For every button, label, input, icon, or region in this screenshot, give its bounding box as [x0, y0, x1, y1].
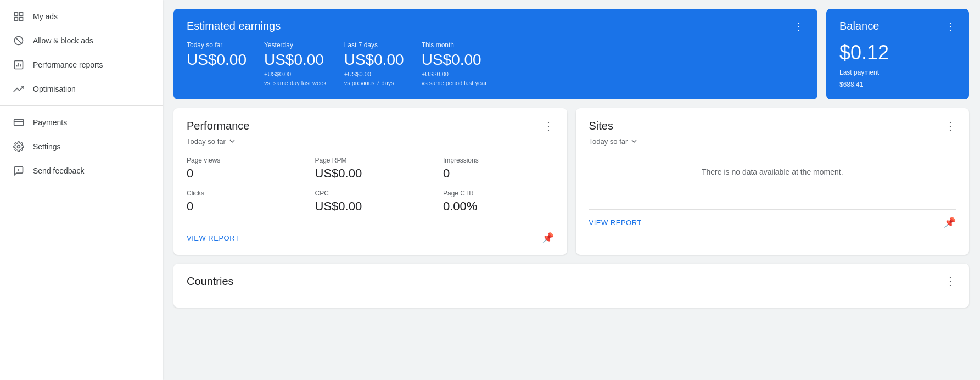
perf-label-pagectr: Page CTR [443, 189, 554, 197]
middle-row: Performance ⋮ Today so far Page views 0 … [173, 108, 969, 255]
sites-card: Sites ⋮ Today so far There is no data av… [576, 108, 970, 255]
sites-chevron-down-icon [630, 137, 639, 146]
countries-card: Countries ⋮ [173, 264, 969, 308]
earnings-sub1-yesterday: +US$0.00 [264, 71, 327, 77]
perf-label-clicks: Clicks [187, 189, 298, 197]
sidebar-label-performance-reports: Performance reports [33, 60, 103, 69]
performance-date-label: Today so far [187, 137, 226, 146]
svg-point-12 [18, 146, 20, 148]
earnings-sub1-last7: +US$0.00 [344, 71, 404, 77]
my-ads-icon [13, 11, 24, 22]
sidebar: My ads Allow & block ads Performance rep… [0, 0, 163, 380]
chevron-down-icon [228, 137, 237, 146]
sites-pin-icon[interactable]: 📌 [944, 216, 956, 228]
top-row: Estimated earnings ⋮ Today so far US$0.0… [173, 9, 969, 99]
balance-title: Balance [839, 20, 879, 32]
perf-item-impressions: Impressions 0 [443, 157, 554, 181]
sidebar-label-payments: Payments [33, 118, 67, 127]
earnings-sub2-thismonth: vs same period last year [422, 80, 487, 86]
earnings-more-button[interactable]: ⋮ [793, 21, 804, 32]
perf-value-cpc: US$0.00 [315, 199, 426, 214]
balance-card: Balance ⋮ $0.12 Last payment $688.41 [826, 9, 969, 99]
countries-title: Countries [187, 275, 234, 288]
sites-card-header: Sites ⋮ [589, 119, 956, 132]
sites-date-filter[interactable]: Today so far [589, 137, 956, 146]
earnings-label-thismonth: This month [422, 41, 487, 49]
perf-label-impressions: Impressions [443, 157, 554, 164]
perf-label-cpc: CPC [315, 189, 426, 197]
svg-rect-10 [14, 119, 24, 126]
earnings-card-header: Estimated earnings ⋮ [187, 20, 804, 32]
sidebar-label-my-ads: My ads [33, 12, 58, 21]
perf-value-pageviews: 0 [187, 166, 298, 181]
sidebar-item-payments[interactable]: Payments [0, 110, 158, 135]
countries-card-header: Countries ⋮ [187, 275, 956, 288]
sidebar-item-optimisation[interactable]: Optimisation [0, 77, 158, 101]
earnings-sub2-last7: vs previous 7 days [344, 80, 404, 86]
block-ads-icon [13, 35, 24, 46]
sidebar-item-allow-block-ads[interactable]: Allow & block ads [0, 29, 158, 53]
sidebar-label-optimisation: Optimisation [33, 85, 76, 93]
earnings-sub1-thismonth: +US$0.00 [422, 71, 487, 77]
sidebar-item-settings[interactable]: Settings [0, 135, 158, 159]
earnings-sub2-yesterday: vs. same day last week [264, 80, 327, 86]
balance-last-payment-label: Last payment [839, 69, 956, 76]
earnings-col-yesterday: Yesterday US$0.00 +US$0.00 vs. same day … [264, 41, 327, 86]
main-content: Estimated earnings ⋮ Today so far US$0.0… [163, 0, 980, 380]
performance-title: Performance [187, 120, 250, 132]
sidebar-item-performance-reports[interactable]: Performance reports [0, 53, 158, 77]
earnings-value-last7: US$0.00 [344, 51, 404, 69]
sites-more-button[interactable]: ⋮ [945, 119, 956, 132]
earnings-value-thismonth: US$0.00 [422, 51, 487, 69]
earnings-label-last7: Last 7 days [344, 41, 404, 49]
perf-item-pageviews: Page views 0 [187, 157, 298, 181]
countries-more-button[interactable]: ⋮ [945, 275, 956, 288]
balance-card-header: Balance ⋮ [839, 20, 956, 32]
earnings-col-last7: Last 7 days US$0.00 +US$0.00 vs previous… [344, 41, 404, 86]
earnings-grid: Today so far US$0.00 Yesterday US$0.00 +… [187, 41, 804, 86]
earnings-title: Estimated earnings [187, 20, 281, 32]
perf-label-pagerpm: Page RPM [315, 157, 426, 164]
optimisation-icon [13, 83, 24, 94]
sidebar-item-send-feedback[interactable]: Send feedback [0, 159, 158, 183]
sites-no-data: There is no data available at the moment… [589, 146, 956, 198]
perf-value-clicks: 0 [187, 199, 298, 214]
performance-card-footer: VIEW REPORT 📌 [187, 225, 554, 244]
earnings-value-today: US$0.00 [187, 51, 247, 69]
balance-last-payment-value: $688.41 [839, 81, 956, 88]
sites-date-label: Today so far [589, 137, 628, 146]
earnings-label-yesterday: Yesterday [264, 41, 327, 49]
sidebar-label-allow-block-ads: Allow & block ads [33, 36, 93, 45]
bottom-row: Countries ⋮ [173, 264, 969, 308]
settings-icon [13, 141, 24, 152]
performance-view-report-link[interactable]: VIEW REPORT [187, 234, 239, 242]
sidebar-item-my-ads[interactable]: My ads [0, 4, 158, 29]
svg-rect-1 [20, 13, 23, 16]
perf-item-pagectr: Page CTR 0.00% [443, 189, 554, 214]
sidebar-label-settings: Settings [33, 142, 61, 151]
sidebar-divider [0, 105, 163, 106]
sites-view-report-link[interactable]: VIEW REPORT [589, 219, 642, 227]
perf-item-clicks: Clicks 0 [187, 189, 298, 214]
svg-rect-2 [15, 18, 18, 21]
perf-label-pageviews: Page views [187, 157, 298, 164]
sites-title: Sites [589, 120, 613, 132]
performance-card-header: Performance ⋮ [187, 119, 554, 132]
earnings-value-yesterday: US$0.00 [264, 51, 327, 69]
balance-more-button[interactable]: ⋮ [945, 21, 956, 32]
payments-icon [13, 117, 24, 128]
earnings-col-thismonth: This month US$0.00 +US$0.00 vs same peri… [422, 41, 487, 86]
perf-value-pagectr: 0.00% [443, 199, 554, 214]
feedback-icon [13, 165, 24, 176]
performance-pin-icon[interactable]: 📌 [542, 232, 554, 244]
perf-value-pagerpm: US$0.00 [315, 166, 426, 181]
estimated-earnings-card: Estimated earnings ⋮ Today so far US$0.0… [173, 9, 817, 99]
performance-more-button[interactable]: ⋮ [543, 119, 554, 132]
performance-card: Performance ⋮ Today so far Page views 0 … [173, 108, 567, 255]
perf-item-cpc: CPC US$0.00 [315, 189, 426, 214]
perf-value-impressions: 0 [443, 166, 554, 181]
performance-reports-icon [13, 59, 24, 70]
balance-value: $0.12 [839, 41, 956, 64]
earnings-label-today: Today so far [187, 41, 247, 49]
performance-date-filter[interactable]: Today so far [187, 137, 554, 146]
